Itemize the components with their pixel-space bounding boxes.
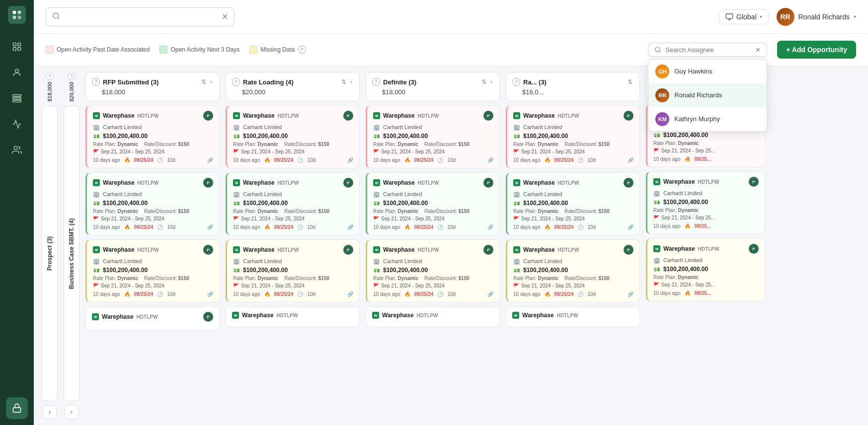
workspace-switcher[interactable]: Global ▾ xyxy=(719,9,768,24)
card-duration: 10d xyxy=(587,224,596,230)
card-last-activity: 10 days ago xyxy=(513,224,541,230)
table-row[interactable]: W Warephase HDTLPW P 🏢Carhartt Limited 💵… xyxy=(226,172,360,235)
company-icon: W xyxy=(653,245,660,252)
card-rate-plan: Rate Plan: Dynamic xyxy=(653,141,699,146)
clock-icon: 🕐 xyxy=(297,291,303,297)
prospect-info-btn[interactable]: ? xyxy=(46,72,54,80)
table-row[interactable]: W Warephase HDTLPW P 🏢Carhartt Limited 💵… xyxy=(366,172,500,235)
money-icon: 💵 xyxy=(233,267,240,274)
kanban-col-rate-loading: ? Rate Loading (4) ⇅ ‹ $20,000 W xyxy=(226,72,360,419)
card-last-activity: 10 days ago xyxy=(513,157,541,163)
card-dates: Sep 21, 2024 - Sep 25... xyxy=(661,148,715,153)
rate-loading-cards-container: W Warephase HDTLPW P 🏢Carhartt Limited 💵… xyxy=(226,105,360,327)
assignee-clear-button[interactable]: ✕ xyxy=(755,46,761,54)
card-company-name: Warephase xyxy=(242,312,274,319)
flag-icon: 🚩 xyxy=(233,283,239,288)
rfp-cards-container: W Warephase HDTLPW P 🏢 Carhartt Limited … xyxy=(85,105,220,330)
table-row[interactable]: W Warephase HDTLPW P 🏢Carhartt Limited 💵… xyxy=(506,239,640,302)
prospect-col-collapsed[interactable]: Prospect (3) xyxy=(42,106,58,401)
card-company-name: Warephase xyxy=(383,179,415,186)
card-rate-plan: Rate Plan: Dynamic xyxy=(93,276,138,281)
legend-past-date: Open Activity Past Date Associated xyxy=(46,46,150,54)
fire-icon: 🔥 xyxy=(685,156,691,162)
rate-loading-info-icon[interactable]: ? xyxy=(232,78,240,86)
sidebar xyxy=(0,0,34,425)
table-row[interactable]: W Warephase HDTLPW P 🏢 Carhartt Limited … xyxy=(85,105,220,168)
dropdown-name-ronald: Ronald Richards xyxy=(674,91,722,99)
table-row[interactable]: W Warephase HDTLPW P 🏢 Carhartt Limited … xyxy=(85,239,220,302)
rfp-sort-button[interactable]: ⇅ xyxy=(200,77,207,86)
flag-icon: 🚩 xyxy=(93,149,99,154)
rfp-prev-button[interactable]: ‹ xyxy=(209,77,213,86)
table-row[interactable]: W Warephase HDTLPW P 🏢 Carhartt Limited … xyxy=(85,172,220,235)
definite-prev-button[interactable]: ‹ xyxy=(489,77,493,86)
card-deadline: 09/25/24 xyxy=(274,291,294,297)
rate2-sort-button[interactable]: ⇅ xyxy=(627,77,633,86)
sidebar-item-people[interactable] xyxy=(6,139,28,161)
sidebar-item-dashboard[interactable] xyxy=(6,36,28,58)
svg-rect-4 xyxy=(13,43,16,46)
card-company-name: Warephase xyxy=(383,246,415,253)
assignee-search-wrapper: ✕ GH Guy Hawkins RR Ronald Richards KM K… xyxy=(648,43,767,57)
table-row[interactable]: W Warephase HDTLPW P 🏢Carhartt Limited 💵… xyxy=(646,238,765,301)
table-row[interactable]: W Warephase HDTLPW P 🏢Carhartt Limited 💵… xyxy=(506,105,640,168)
rfp-info-icon[interactable]: ? xyxy=(92,78,100,86)
card-code: HDTLPW xyxy=(558,180,579,186)
dropdown-item-ronald-richards[interactable]: RR Ronald Richards xyxy=(648,83,767,107)
definite-cards-container: W Warephase HDTLPW P 🏢Carhartt Limited 💵… xyxy=(366,105,500,327)
company-icon: W xyxy=(513,246,520,253)
rate-loading-sort-button[interactable]: ⇅ xyxy=(340,77,347,86)
sidebar-item-analytics[interactable] xyxy=(6,113,28,135)
table-row[interactable]: W Warephase HDTLPW P 🏢Carhartt Limited 💵… xyxy=(506,172,640,235)
sidebar-item-data[interactable] xyxy=(6,87,28,109)
card-rate-discount: Rate/Discount: $150 xyxy=(284,142,329,147)
rate-loading-prev-button[interactable]: ‹ xyxy=(349,77,353,86)
rate2-col-title: Ra... (3) xyxy=(523,78,624,86)
table-row[interactable]: W Warephase HDTLPW P 🏢Carhartt Limited 💵… xyxy=(646,171,765,234)
missing-data-info-icon[interactable]: ? xyxy=(298,46,306,54)
clock-icon: 🕐 xyxy=(157,291,163,297)
col-header-rate-loading: ? Rate Loading (4) ⇅ ‹ $20,000 xyxy=(226,72,360,101)
flag-icon: 🚩 xyxy=(93,216,99,221)
search-clear-button[interactable]: ✕ xyxy=(222,12,228,21)
table-row[interactable]: W Warephase HDTLPW P 🏢Carhartt Limited 💵… xyxy=(366,105,500,168)
card-deadline: 09/25/24 xyxy=(414,157,434,163)
table-row[interactable]: W Warephase HDTLPW xyxy=(506,306,640,327)
client-icon: 🏢 xyxy=(653,257,660,264)
business-case-expand-button[interactable]: › xyxy=(65,405,79,419)
rate2-info-icon[interactable]: ? xyxy=(512,78,520,86)
global-search-input[interactable]: Global Search xyxy=(64,13,218,21)
card-duration: 10d xyxy=(167,157,175,163)
table-row[interactable]: W Warephase HDTLPW P 🏢Carhartt Limited 💵… xyxy=(226,239,360,302)
app-logo[interactable] xyxy=(8,6,26,24)
table-row[interactable]: W Warephase HDTLPW xyxy=(366,306,500,327)
money-icon: 💵 xyxy=(373,133,380,140)
assignee-search-input[interactable] xyxy=(665,46,751,54)
assignee-search-box[interactable]: ✕ xyxy=(648,43,767,57)
card-rate-discount: Rate/Discount: $150 xyxy=(144,276,189,281)
sidebar-item-lock[interactable] xyxy=(6,397,28,419)
table-row[interactable]: W Warephase HDTLPW P 🏢Carhartt Limited 💵… xyxy=(226,105,360,168)
dropdown-item-kathryn-murphy[interactable]: KM Kathryn Murphy xyxy=(648,107,767,131)
dropdown-avatar-guy: GH xyxy=(655,65,669,78)
definite-info-icon[interactable]: ? xyxy=(372,78,380,86)
search-icon xyxy=(52,12,60,22)
table-row[interactable]: W Warephase HDTLPW P xyxy=(85,306,220,330)
business-case-info-btn[interactable]: ? xyxy=(68,72,76,80)
business-case-col-collapsed[interactable]: Business Case SBMT. (4) xyxy=(64,106,79,401)
card-deadline: 09/25/24 xyxy=(414,224,434,230)
card-avatar: P xyxy=(203,245,213,255)
sidebar-item-leads[interactable] xyxy=(6,62,28,83)
add-opportunity-button[interactable]: + Add Opportunity xyxy=(777,41,856,59)
dropdown-item-guy-hawkins[interactable]: GH Guy Hawkins xyxy=(648,60,767,83)
svg-rect-0 xyxy=(13,11,16,14)
definite-sort-button[interactable]: ⇅ xyxy=(480,77,487,86)
prospect-expand-button[interactable]: › xyxy=(43,405,57,419)
table-row[interactable]: W Warephase HDTLPW P 🏢Carhartt Limited 💵… xyxy=(366,239,500,302)
prospect-amount: $18,000 xyxy=(47,82,53,102)
global-search-box[interactable]: Global Search ✕ xyxy=(46,7,235,26)
user-profile[interactable]: RR Ronald Richards ▾ xyxy=(777,8,857,26)
svg-rect-2 xyxy=(13,16,16,19)
client-icon: 🏢 xyxy=(93,258,100,265)
table-row[interactable]: W Warephase HDTLPW xyxy=(226,306,360,327)
